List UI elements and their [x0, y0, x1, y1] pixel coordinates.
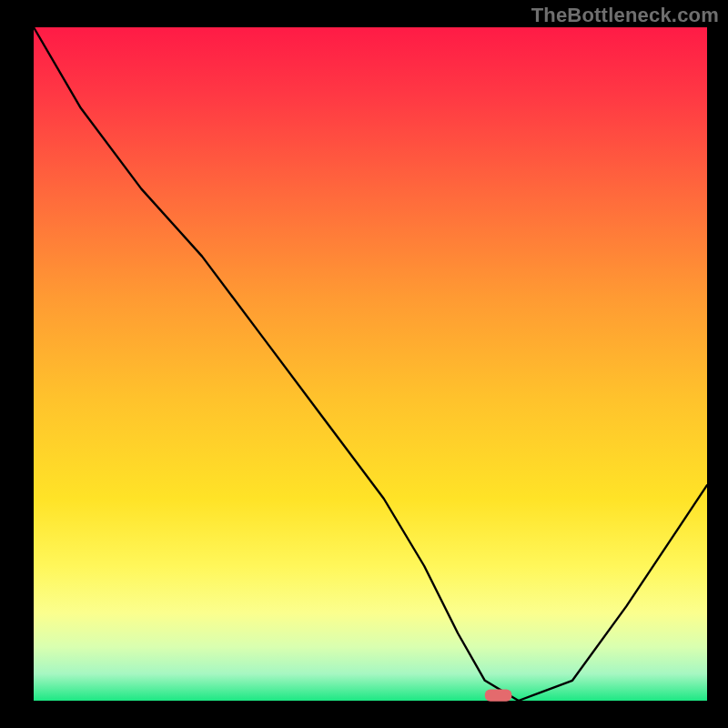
plot-background [34, 27, 707, 701]
bottleneck-chart [0, 0, 728, 728]
watermark-text: TheBottleneck.com [531, 4, 719, 27]
optimal-marker [485, 689, 512, 701]
chart-frame: TheBottleneck.com [0, 0, 728, 728]
